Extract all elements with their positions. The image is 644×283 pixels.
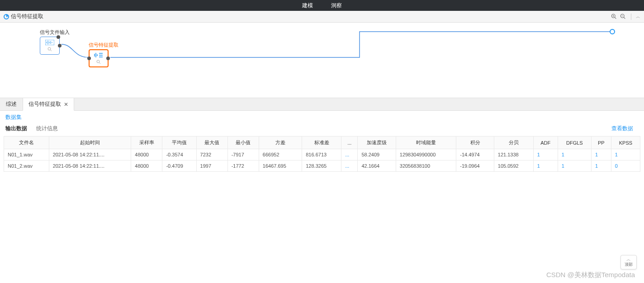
tabs-bar: 综述 信号特征提取 ✕: [0, 98, 644, 111]
waveform-icon: [45, 39, 54, 47]
subtab-stats[interactable]: 统计信息: [36, 123, 58, 134]
sub-tabs-row: 数据集: [0, 111, 644, 121]
node-port-out[interactable]: [58, 44, 62, 47]
table-cell: 666952: [259, 149, 302, 160]
node-signal-feature-extract[interactable]: 信号特征提取: [89, 42, 118, 67]
table-header-row: 文件名 起始时间 采样率 平均值 最大值 最小值 方差 标准差 ... 加速度级…: [4, 137, 640, 149]
table-cell: 1997: [196, 160, 227, 172]
col-samplerate[interactable]: 采样率: [131, 137, 162, 149]
close-icon[interactable]: ✕: [64, 101, 68, 108]
table-cell: -1772: [227, 160, 259, 172]
table-cell: 0: [611, 160, 640, 172]
table-cell: 816.6713: [302, 149, 341, 160]
table-cell: -0.4709: [162, 160, 196, 172]
node-signal-file-input[interactable]: 信号文件输入: [40, 29, 70, 55]
col-pp[interactable]: PP: [591, 137, 611, 149]
watermark: CSDN @美林数据Tempodata: [546, 271, 635, 279]
app-icon: [4, 14, 9, 19]
zoom-in-icon[interactable]: [611, 14, 617, 20]
table-cell: -7917: [227, 149, 259, 160]
chevron-up-icon: ︿: [626, 257, 631, 262]
tab-label: 综述: [6, 100, 17, 108]
col-filename[interactable]: 文件名: [4, 137, 49, 149]
nav-modeling[interactable]: 建模: [302, 2, 313, 9]
node-port-in[interactable]: [87, 57, 91, 60]
table-cell: -14.4974: [456, 149, 494, 160]
svg-line-5: [624, 17, 625, 19]
collapse-icon[interactable]: ︿: [636, 14, 640, 20]
col-integral[interactable]: 积分: [456, 137, 494, 149]
svg-line-22: [99, 62, 101, 64]
table-cell: N01_2.wav: [4, 160, 49, 172]
col-variance[interactable]: 方差: [259, 137, 302, 149]
title-bar: 信号特征提取 ︿: [0, 11, 644, 23]
col-accel[interactable]: 加速度级: [358, 137, 396, 149]
col-min[interactable]: 最小值: [227, 137, 259, 149]
col-kpss[interactable]: KPSS: [611, 137, 640, 149]
col-starttime[interactable]: 起始时间: [49, 137, 131, 149]
scroll-top-label: 顶部: [625, 262, 633, 268]
col-more[interactable]: ...: [341, 137, 358, 149]
col-adf[interactable]: ADF: [533, 137, 558, 149]
table-cell: 2021-05-08 14:22:11....: [49, 160, 131, 172]
table-cell: -0.3574: [162, 149, 196, 160]
table-cell: 2021-05-08 14:22:11....: [49, 149, 131, 160]
table-cell: 48000: [131, 160, 162, 172]
col-max[interactable]: 最大值: [196, 137, 227, 149]
divider: [631, 14, 631, 20]
col-db[interactable]: 分贝: [494, 137, 533, 149]
table-cell: 121.1338: [494, 149, 533, 160]
view-data-link[interactable]: 查看数据: [611, 125, 633, 132]
feature-icon: [94, 52, 104, 59]
table-row[interactable]: N01_1.wav2021-05-08 14:22:11....48000-0.…: [4, 149, 640, 160]
tab-overview[interactable]: 综述: [0, 98, 23, 110]
table-cell: 128.3265: [302, 160, 341, 172]
subtab-output[interactable]: 输出数据: [5, 123, 27, 134]
table-cell: 58.2409: [358, 149, 396, 160]
top-nav: 建模 洞察: [0, 0, 644, 11]
node-label: 信号特征提取: [89, 42, 118, 48]
table-cell: 1298304990000: [396, 149, 456, 160]
table-cell: 105.0592: [494, 160, 533, 172]
table-cell: 1: [558, 160, 591, 172]
node-label: 信号文件输入: [40, 29, 70, 36]
svg-point-21: [97, 60, 99, 63]
terminal-node[interactable]: [610, 29, 615, 34]
zoom-out-icon[interactable]: [620, 14, 626, 20]
svg-point-13: [48, 47, 51, 50]
sub-tabs2: 输出数据 统计信息 查看数据: [0, 121, 644, 136]
table-row[interactable]: N01_2.wav2021-05-08 14:22:11....48000-0.…: [4, 160, 640, 172]
svg-line-1: [615, 17, 616, 19]
data-table: 文件名 起始时间 采样率 平均值 最大值 最小值 方差 标准差 ... 加速度级…: [4, 136, 640, 172]
col-std[interactable]: 标准差: [302, 137, 341, 149]
magnifier-icon[interactable]: [96, 60, 101, 65]
table-cell: N01_1.wav: [4, 149, 49, 160]
node-port[interactable]: [57, 35, 60, 39]
workflow-canvas[interactable]: 信号文件输入 信号特征提取: [0, 23, 644, 98]
table-cell: 48000: [131, 149, 162, 160]
scroll-top-button[interactable]: ︿ 顶部: [620, 255, 637, 269]
table-cell: 1: [533, 160, 558, 172]
table-cell: 42.1664: [358, 160, 396, 172]
tab-label: 信号特征提取: [28, 100, 61, 108]
table-cell: 1: [591, 149, 611, 160]
svg-line-14: [51, 50, 52, 51]
table-cell: 1: [611, 149, 640, 160]
table-cell: ...: [341, 149, 358, 160]
table-cell: 7232: [196, 149, 227, 160]
table-cell: ...: [341, 160, 358, 172]
subtab-dataset[interactable]: 数据集: [5, 114, 22, 120]
table-cell: 1: [591, 160, 611, 172]
col-dfgls[interactable]: DFGLS: [558, 137, 591, 149]
magnifier-icon[interactable]: [47, 47, 52, 52]
nav-insight[interactable]: 洞察: [331, 2, 342, 9]
table-cell: 1: [558, 149, 591, 160]
tab-feature-extract[interactable]: 信号特征提取 ✕: [23, 98, 74, 111]
node-port-out[interactable]: [106, 57, 110, 60]
col-mean[interactable]: 平均值: [162, 137, 196, 149]
col-energy[interactable]: 时域能量: [396, 137, 456, 149]
table-cell: 32056838100: [396, 160, 456, 172]
table-cell: -19.0964: [456, 160, 494, 172]
table-cell: 16467.695: [259, 160, 302, 172]
table-cell: 1: [533, 149, 558, 160]
